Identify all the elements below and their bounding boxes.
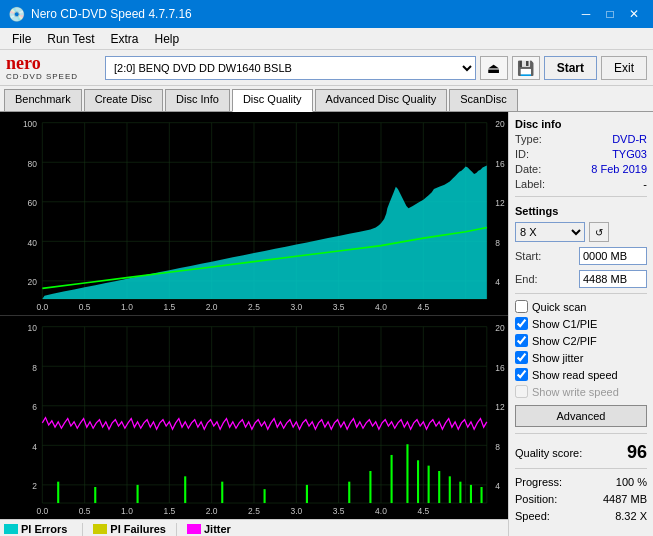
pi-failures-title: PI Failures [110, 523, 166, 535]
svg-text:4: 4 [495, 481, 500, 491]
end-mb-label: End: [515, 273, 538, 285]
progress-label: Progress: [515, 476, 562, 488]
svg-text:4: 4 [495, 277, 500, 287]
pi-errors-color-box [4, 524, 18, 534]
chart-top: 100 80 60 40 20 20 16 12 8 4 0.0 0.5 1.0… [0, 112, 508, 315]
quality-label: Quality score: [515, 447, 582, 459]
quick-scan-row: Quick scan [515, 300, 647, 313]
maximize-button[interactable]: □ [599, 5, 621, 23]
refresh-button[interactable]: ↺ [589, 222, 609, 242]
svg-text:8: 8 [32, 363, 37, 373]
start-mb-input[interactable] [579, 247, 647, 265]
svg-text:1.5: 1.5 [163, 302, 175, 312]
svg-text:2.5: 2.5 [248, 302, 260, 312]
speed-label: Speed: [515, 510, 550, 522]
quality-score: 96 [627, 442, 647, 463]
menu-help[interactable]: Help [147, 30, 188, 48]
position-row: Position: 4487 MB [515, 493, 647, 505]
divider-3 [515, 433, 647, 434]
svg-text:2.0: 2.0 [206, 302, 218, 312]
svg-text:1.0: 1.0 [121, 506, 133, 516]
svg-text:100: 100 [23, 119, 37, 129]
svg-text:8: 8 [495, 238, 500, 248]
right-panel: Disc info Type: DVD-R ID: TYG03 Date: 8 … [508, 112, 653, 536]
chart-bottom-svg: 10 8 6 4 2 20 16 12 8 4 0.0 0.5 1.0 1.5 … [0, 316, 508, 519]
show-jitter-checkbox[interactable] [515, 351, 528, 364]
eject-button[interactable]: ⏏ [480, 56, 508, 80]
svg-text:1.0: 1.0 [121, 302, 133, 312]
advanced-button[interactable]: Advanced [515, 405, 647, 427]
svg-text:4.5: 4.5 [417, 506, 429, 516]
show-c2-pif-label: Show C2/PIF [532, 335, 597, 347]
svg-text:8: 8 [495, 442, 500, 452]
tab-disc-quality[interactable]: Disc Quality [232, 89, 313, 112]
svg-text:4.0: 4.0 [375, 302, 387, 312]
main-content: 100 80 60 40 20 20 16 12 8 4 0.0 0.5 1.0… [0, 112, 653, 536]
show-c2-pif-checkbox[interactable] [515, 334, 528, 347]
show-c2-pif-row: Show C2/PIF [515, 334, 647, 347]
show-read-speed-label: Show read speed [532, 369, 618, 381]
pi-failures-color-box [93, 524, 107, 534]
minimize-button[interactable]: ─ [575, 5, 597, 23]
svg-text:16: 16 [495, 158, 505, 168]
svg-text:6: 6 [32, 402, 37, 412]
progress-value: 100 % [616, 476, 647, 488]
jitter-title: Jitter [204, 523, 231, 535]
tab-scandisc[interactable]: ScanDisc [449, 89, 517, 111]
drive-select[interactable]: [2:0] BENQ DVD DD DW1640 BSLB [105, 56, 476, 80]
show-c1-pie-checkbox[interactable] [515, 317, 528, 330]
show-jitter-row: Show jitter [515, 351, 647, 364]
quick-scan-checkbox[interactable] [515, 300, 528, 313]
show-read-speed-checkbox[interactable] [515, 368, 528, 381]
disc-id-row: ID: TYG03 [515, 148, 647, 160]
disc-type-value: DVD-R [612, 133, 647, 145]
svg-text:10: 10 [28, 323, 38, 333]
title-bar: 💿 Nero CD-DVD Speed 4.7.7.16 ─ □ ✕ [0, 0, 653, 28]
svg-text:12: 12 [495, 402, 505, 412]
exit-button[interactable]: Exit [601, 56, 647, 80]
close-button[interactable]: ✕ [623, 5, 645, 23]
tab-advanced-disc-quality[interactable]: Advanced Disc Quality [315, 89, 448, 111]
svg-text:0.0: 0.0 [36, 302, 48, 312]
save-button[interactable]: 💾 [512, 56, 540, 80]
quality-row: Quality score: 96 [515, 442, 647, 463]
start-button[interactable]: Start [544, 56, 597, 80]
menu-run-test[interactable]: Run Test [39, 30, 102, 48]
menu-file[interactable]: File [4, 30, 39, 48]
svg-text:4.0: 4.0 [375, 506, 387, 516]
svg-text:2.5: 2.5 [248, 506, 260, 516]
chart-area: 100 80 60 40 20 20 16 12 8 4 0.0 0.5 1.0… [0, 112, 508, 536]
disc-label-row: Label: - [515, 178, 647, 190]
disc-label-label: Label: [515, 178, 545, 190]
svg-text:3.0: 3.0 [290, 302, 302, 312]
svg-text:16: 16 [495, 363, 505, 373]
legend-divider-2 [176, 523, 177, 536]
show-write-speed-row: Show write speed [515, 385, 647, 398]
speed-row-prog: Speed: 8.32 X [515, 510, 647, 522]
end-mb-row: End: [515, 270, 647, 288]
tab-benchmark[interactable]: Benchmark [4, 89, 82, 111]
svg-text:3.0: 3.0 [290, 506, 302, 516]
tab-disc-info[interactable]: Disc Info [165, 89, 230, 111]
speed-select[interactable]: 8 X Max 2 X 4 X 6 X 12 X 16 X [515, 222, 585, 242]
svg-text:3.5: 3.5 [333, 506, 345, 516]
svg-text:0.0: 0.0 [36, 506, 48, 516]
end-mb-input[interactable] [579, 270, 647, 288]
svg-text:4: 4 [32, 442, 37, 452]
app-icon: 💿 [8, 6, 25, 22]
menu-extra[interactable]: Extra [102, 30, 146, 48]
title-bar-controls: ─ □ ✕ [575, 5, 645, 23]
legend-jitter: Jitter Average: 10.29 % Maximum: 12.3 % … [187, 523, 275, 536]
jitter-color-box [187, 524, 201, 534]
tab-create-disc[interactable]: Create Disc [84, 89, 163, 111]
legend-divider-1 [82, 523, 83, 536]
svg-text:2: 2 [32, 481, 37, 491]
svg-text:12: 12 [495, 198, 505, 208]
start-mb-row: Start: [515, 247, 647, 265]
app-title: Nero CD-DVD Speed 4.7.7.16 [31, 7, 192, 21]
nero-logo-block: nero CD·DVD SPEED [6, 54, 101, 81]
chart-top-svg: 100 80 60 40 20 20 16 12 8 4 0.0 0.5 1.0… [0, 112, 508, 315]
disc-label-value: - [643, 178, 647, 190]
position-label: Position: [515, 493, 557, 505]
show-jitter-label: Show jitter [532, 352, 583, 364]
